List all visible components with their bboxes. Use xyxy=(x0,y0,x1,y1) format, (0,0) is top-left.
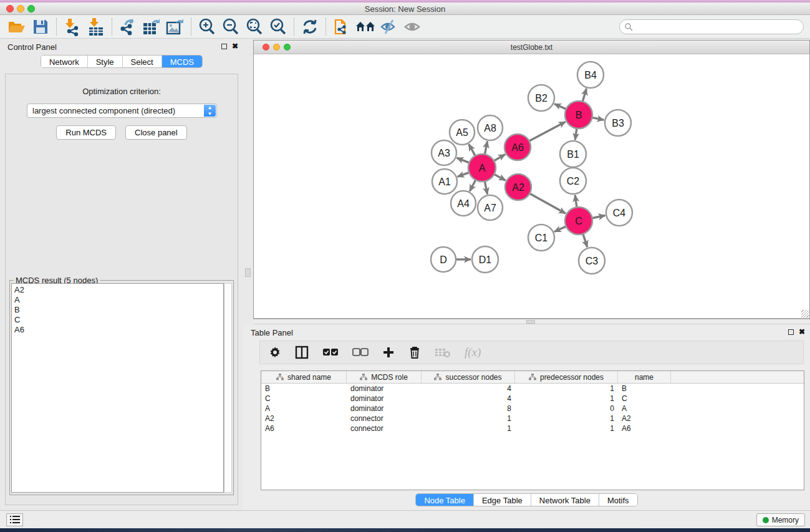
column-header-MCDS-role[interactable]: MCDS role xyxy=(347,371,422,383)
table-cell[interactable]: B xyxy=(618,384,671,394)
hide-selected-icon[interactable] xyxy=(377,17,401,37)
network-graph[interactable]: B4B2BB3A5A8A6A3B1AA1C2A2A4A7CC4C1C3DD1 xyxy=(254,54,809,318)
mcds-result-item[interactable]: A6 xyxy=(14,325,223,335)
deselect-all-rows-icon[interactable] xyxy=(352,348,369,357)
export-table-icon[interactable] xyxy=(140,17,163,37)
tab-mcds[interactable]: MCDS xyxy=(162,56,202,67)
table-cell[interactable]: B xyxy=(261,384,347,394)
column-header-successor-nodes[interactable]: successor nodes xyxy=(422,371,515,383)
table-row[interactable]: A2connector11A2 xyxy=(261,414,804,423)
optimization-criterion-dropdown[interactable]: largest connected component (directed) ▲… xyxy=(27,104,217,118)
import-table-icon[interactable] xyxy=(84,17,108,37)
first-neighbors-icon[interactable] xyxy=(354,17,377,37)
table-cell[interactable]: 1 xyxy=(515,423,618,433)
table-row[interactable]: Adominator80A xyxy=(261,404,804,414)
column-header-name[interactable]: name xyxy=(618,371,671,383)
tab-edge-table[interactable]: Edge Table xyxy=(473,494,531,506)
node-B1[interactable]: B1 xyxy=(560,141,586,167)
node-D[interactable]: D xyxy=(431,247,456,272)
table-cell[interactable]: A2 xyxy=(618,414,671,423)
mcds-result-scrollbar[interactable] xyxy=(224,283,232,493)
close-panel-icon[interactable]: ✖ xyxy=(232,43,238,49)
table-cell[interactable]: A6 xyxy=(261,423,347,433)
column-header-predecessor-nodes[interactable]: predecessor nodes xyxy=(515,371,618,383)
run-mcds-button[interactable]: Run MCDS xyxy=(56,125,116,140)
table-cell[interactable]: A6 xyxy=(618,423,671,433)
save-session-icon[interactable] xyxy=(29,17,52,37)
node-A3[interactable]: A3 xyxy=(432,140,456,165)
table-cell[interactable]: C xyxy=(261,394,347,404)
node-C2[interactable]: C2 xyxy=(560,168,586,194)
node-B3[interactable]: B3 xyxy=(605,110,631,136)
show-all-icon[interactable] xyxy=(401,17,425,37)
node-B2[interactable]: B2 xyxy=(528,85,554,111)
search-field[interactable] xyxy=(619,19,804,34)
table-cell[interactable]: 1 xyxy=(515,394,618,404)
node-A1[interactable]: A1 xyxy=(432,169,457,194)
tab-select[interactable]: Select xyxy=(122,56,162,67)
float-table-panel-icon[interactable] xyxy=(788,329,794,335)
tab-motifs[interactable]: Motifs xyxy=(599,494,637,506)
mcds-result-item[interactable]: B xyxy=(14,305,223,315)
horizontal-split-handle[interactable] xyxy=(526,320,535,324)
export-image-icon[interactable] xyxy=(163,17,187,37)
add-column-icon[interactable] xyxy=(382,346,395,359)
table-cell[interactable]: 1 xyxy=(422,423,515,433)
node-A7[interactable]: A7 xyxy=(478,195,503,220)
tab-style[interactable]: Style xyxy=(87,56,122,67)
node-A2[interactable]: A2 xyxy=(505,174,531,200)
memory-button[interactable]: Memory xyxy=(756,513,805,526)
close-table-panel-icon[interactable]: ✖ xyxy=(799,329,805,335)
delete-table-icon[interactable] xyxy=(435,347,451,358)
node-C4[interactable]: C4 xyxy=(606,200,632,226)
table-cell[interactable]: 1 xyxy=(422,414,515,423)
table-cell[interactable]: 8 xyxy=(422,404,515,414)
table-row[interactable]: Bdominator41B xyxy=(261,384,804,394)
select-all-rows-icon[interactable] xyxy=(322,348,339,357)
node-A6[interactable]: A6 xyxy=(504,134,531,160)
node-A[interactable]: A xyxy=(468,154,496,181)
mcds-result-item[interactable]: A2 xyxy=(14,285,223,295)
mcds-result-list[interactable]: A2ABCA6 xyxy=(11,283,224,493)
import-network-icon[interactable] xyxy=(60,17,84,37)
node-A8[interactable]: A8 xyxy=(478,115,503,140)
zoom-out-icon[interactable] xyxy=(219,17,243,37)
node-table-header[interactable]: shared nameMCDS rolesuccessor nodesprede… xyxy=(261,371,804,384)
node-A4[interactable]: A4 xyxy=(451,191,476,216)
table-cell[interactable]: dominator xyxy=(347,384,422,394)
column-selector-icon[interactable] xyxy=(295,346,309,359)
table-cell[interactable]: 4 xyxy=(422,394,515,404)
table-cell[interactable]: connector xyxy=(347,423,422,433)
node-C3[interactable]: C3 xyxy=(579,248,605,274)
table-options-gear-icon[interactable] xyxy=(269,346,281,359)
node-C1[interactable]: C1 xyxy=(528,225,554,251)
node-table[interactable]: shared nameMCDS rolesuccessor nodesprede… xyxy=(261,370,804,490)
zoom-selected-icon[interactable] xyxy=(266,17,290,37)
table-cell[interactable]: dominator xyxy=(347,404,422,414)
zoom-in-icon[interactable] xyxy=(195,17,219,37)
node-C[interactable]: C xyxy=(565,207,592,235)
close-panel-button[interactable]: Close panel xyxy=(125,125,187,140)
table-cell[interactable]: C xyxy=(618,394,671,404)
network-window-titlebar[interactable]: testGlobe.txt xyxy=(254,41,809,54)
node-A5[interactable]: A5 xyxy=(450,120,475,145)
table-cell[interactable]: 0 xyxy=(515,404,618,414)
edge-A2-C[interactable] xyxy=(528,192,566,213)
table-cell[interactable]: dominator xyxy=(347,394,422,404)
table-cell[interactable]: 1 xyxy=(515,414,618,423)
zoom-fit-icon[interactable] xyxy=(243,17,266,37)
node-D1[interactable]: D1 xyxy=(472,246,498,273)
table-cell[interactable]: A xyxy=(618,404,671,414)
export-network-icon[interactable] xyxy=(116,17,140,37)
task-history-button[interactable] xyxy=(6,513,23,526)
tab-node-table[interactable]: Node Table xyxy=(416,494,473,506)
open-session-icon[interactable] xyxy=(5,17,29,37)
network-canvas[interactable]: B4B2BB3A5A8A6A3B1AA1C2A2A4A7CC4C1C3DD1 xyxy=(254,54,809,318)
table-row[interactable]: A6connector11A6 xyxy=(261,423,804,433)
node-B[interactable]: B xyxy=(565,101,592,128)
vertical-split-handle[interactable] xyxy=(245,268,251,277)
column-header-shared-name[interactable]: shared name xyxy=(261,371,347,383)
node-B4[interactable]: B4 xyxy=(577,62,604,88)
table-cell[interactable]: 4 xyxy=(422,384,515,394)
tab-network-table[interactable]: Network Table xyxy=(531,494,599,506)
